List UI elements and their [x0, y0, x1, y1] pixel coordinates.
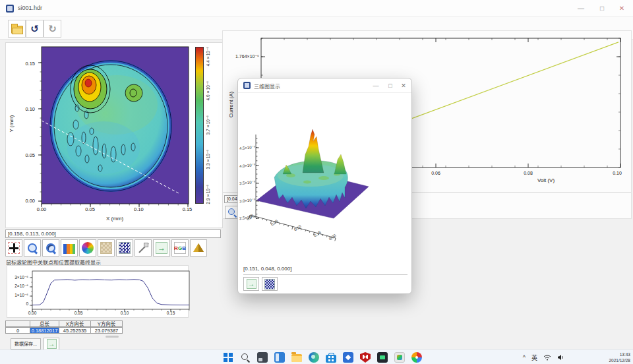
surface-3d-tool-button[interactable] [190, 239, 207, 257]
contour-ytick-label: 0.15 [15, 61, 35, 67]
profile-ytick-label: 1×10⁻⁶ [10, 293, 28, 298]
pattern-map-tool-button[interactable] [116, 239, 133, 257]
contour-xtick-label: 0.05 [78, 206, 102, 212]
iv-xtick-label: 0.06 [426, 171, 446, 175]
colorbar-labels: 4.4×10⁻⁶4.0×10⁻⁶3.7×10⁻⁶3.3×10⁻⁶2.9×10⁻⁶ [206, 47, 211, 204]
color-levels-tool-button[interactable] [61, 239, 78, 257]
colorbar [195, 47, 204, 204]
export-icon: → [47, 339, 57, 349]
popup-minimize-button[interactable]: — [369, 78, 382, 93]
redo-icon: ↻ [48, 23, 57, 34]
taskbar-icons [223, 352, 422, 363]
table-header-blank [5, 320, 30, 327]
titlebar[interactable]: si001.hdr — □ ✕ [0, 0, 633, 17]
zoom-in-tool-button[interactable] [24, 239, 41, 257]
measure-line-tool-button[interactable] [135, 239, 152, 257]
profile-ytick-label: 2×10⁻⁶ [10, 284, 28, 289]
contour-cursor-status: [0.158, 0.113, 0.000] [5, 229, 221, 238]
profile-plot[interactable] [30, 270, 192, 313]
export-data-tool-button[interactable]: → [153, 239, 170, 257]
x-length-cell[interactable]: 45.252535 [59, 327, 91, 334]
export-data-button[interactable]: → [44, 338, 59, 350]
launcher-taskbar-icon[interactable] [411, 352, 422, 363]
popup-3d-window: 三维图显示 — □ ✕ 4.5×10⁻⁶4.0×10⁻⁶3.5×10⁻⁶3.0×… [237, 78, 412, 294]
dev-app-taskbar-icon[interactable] [377, 352, 388, 363]
popup-title: 三维图显示 [254, 82, 280, 90]
start-taskbar-icon[interactable] [223, 352, 233, 363]
colorbar-tick-label: 2.9×10⁻⁶ [206, 185, 211, 204]
settings-app-taskbar-icon[interactable] [343, 352, 353, 363]
profile-xticks: 0.000.050.100.15 [23, 311, 180, 315]
splitter-handle[interactable] [106, 336, 119, 338]
colorbar-tick-label: 3.7×10⁻⁶ [206, 115, 211, 135]
close-button[interactable]: ✕ [612, 0, 632, 17]
ime-indicator[interactable]: 英 [531, 353, 537, 362]
redo-button[interactable]: ↻ [44, 20, 61, 38]
contour-ytick-label: 0.05 [15, 152, 35, 158]
contour-yticks: 0.150.100.050.00 [15, 61, 35, 204]
export-data-icon: → [156, 242, 167, 254]
contour-map-plot[interactable] [38, 46, 192, 208]
file-explorer-taskbar-icon[interactable] [291, 354, 302, 362]
row-index-cell[interactable]: 0 [5, 327, 30, 334]
pattern-map-icon [119, 242, 131, 254]
popup-close-button[interactable]: ✕ [397, 78, 410, 93]
iv-xlabel: Volt (V) [526, 177, 566, 183]
undo-icon: ↺ [30, 23, 39, 34]
table-header-row: 总长 X方向长 Y方向长 [5, 320, 123, 327]
chevron-up-icon[interactable]: ^ [523, 354, 526, 361]
contour-map-panel: Y (mm) 0.150.100.050.00 [5, 42, 223, 228]
color-wheel-tool-button[interactable] [79, 239, 96, 257]
widgets-taskbar-icon[interactable] [274, 352, 285, 363]
surface-3d-plot[interactable] [245, 115, 396, 247]
popup-app-icon [243, 82, 251, 89]
contour-xticks: 0.000.050.100.15 [30, 206, 199, 212]
taskbar-clock[interactable]: 13:43 2021/12/28 [593, 351, 630, 363]
store-taskbar-icon[interactable] [326, 355, 336, 363]
crosshair-tool-button[interactable] [5, 239, 22, 257]
table-header-ylen: Y方向长 [91, 320, 123, 327]
maximize-button[interactable]: □ [592, 0, 612, 17]
table-header-xlen: X方向长 [59, 320, 91, 327]
volume-icon[interactable] [557, 354, 564, 361]
zoom-window-tool-button[interactable] [42, 239, 59, 257]
search-taskbar-icon[interactable] [240, 352, 251, 363]
contour-ylabel: Y (mm) [9, 104, 15, 144]
table-row: 0 0.18812017 45.252535 23.079387 [5, 327, 123, 334]
popup-maximize-button[interactable]: □ [384, 78, 397, 93]
window-title: si001.hdr [18, 5, 42, 11]
export-icon: → [247, 279, 256, 289]
open-file-button[interactable] [8, 20, 26, 38]
profile-xtick-label: 0.15 [162, 311, 180, 315]
folder-open-icon [11, 26, 23, 34]
task-view-taskbar-icon[interactable] [257, 352, 268, 363]
profile-ytick-label: 0 [10, 301, 28, 306]
surface-3d-icon [193, 242, 204, 254]
iv-xtick-label: 0.08 [518, 171, 538, 175]
mcafee-taskbar-icon[interactable] [360, 352, 371, 363]
wifi-icon[interactable] [543, 354, 551, 361]
color-levels-icon [63, 244, 75, 254]
popup-titlebar[interactable]: 三维图显示 — □ ✕ [238, 78, 411, 93]
table-header-total: 总长 [30, 320, 59, 327]
zoom-in-icon [26, 242, 38, 254]
zoom-window-icon [45, 242, 57, 254]
popup-pattern-button[interactable] [262, 277, 278, 291]
total-length-cell[interactable]: 0.18812017 [30, 327, 59, 334]
rgb-channels-tool-button[interactable]: RGB [171, 239, 189, 257]
popup-export-button[interactable]: → [243, 277, 259, 291]
tool-strip: →RGB [5, 239, 207, 257]
color-wheel-icon [82, 242, 94, 254]
system-tray: ^ 英 [523, 350, 564, 364]
undo-button[interactable]: ↺ [26, 20, 44, 38]
y-length-cell[interactable]: 23.079387 [91, 327, 123, 334]
contour-ytick-label: 0.00 [15, 198, 35, 204]
photos-taskbar-icon[interactable] [394, 352, 405, 363]
iv-xtick-label: 0.10 [607, 171, 627, 175]
edge-taskbar-icon[interactable] [309, 352, 319, 363]
popup-cursor-status: [0.151, 0.048, 0.000] [243, 266, 407, 275]
texture-map-tool-button[interactable] [98, 239, 115, 257]
taskbar: ^ 英 13:43 2021/12/28 [0, 349, 633, 364]
minimize-button[interactable]: — [571, 0, 591, 17]
save-data-button[interactable]: 数据保存... [11, 338, 41, 349]
